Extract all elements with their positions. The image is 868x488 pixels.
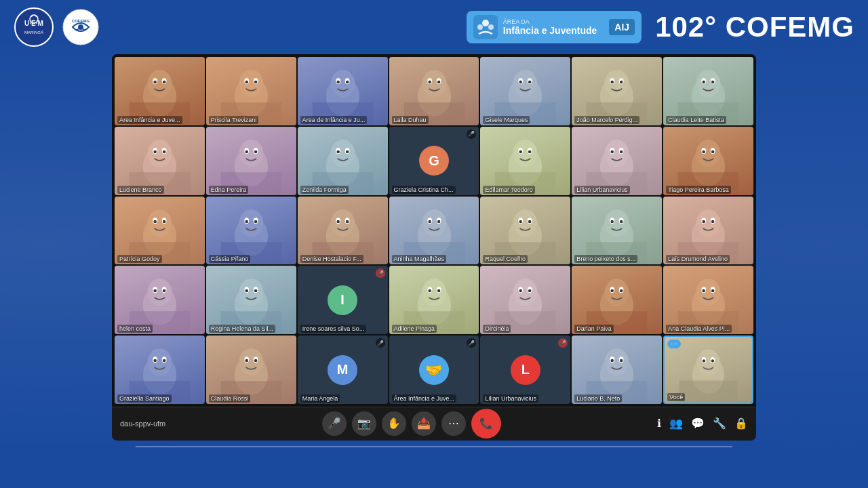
share-button[interactable]: 📤 [412,411,436,436]
participant-cell[interactable]: 🎤IIrene soares silva So... [298,266,388,334]
participant-cell[interactable]: 🎤 Área de Infância e Ju... [298,57,388,125]
info-icon[interactable]: ℹ [657,417,661,430]
participant-cell[interactable]: 🎤 Zenilda Formiga [298,127,388,195]
svg-point-22 [245,81,248,83]
participant-cell[interactable]: 🎤 Priscila Trevizani [206,57,296,125]
svg-point-148 [703,220,705,222]
participant-cell[interactable]: 🎤 Graziella Santiago [115,336,205,404]
svg-point-47 [605,70,629,97]
toolbar-controls: 🎤 📷 ✋ 📤 ⋯ 📞 [322,409,501,439]
svg-point-68 [239,140,263,167]
participant-cell[interactable]: 🎤 Ana Claudia Alves Pi... [663,266,753,334]
participant-name: Maria Angela [300,394,340,403]
participant-name: Regina Helena da Sil... [209,325,275,333]
participant-name: Patrícia Godoy [117,255,162,263]
activities-icon[interactable]: 🔧 [713,417,726,430]
participant-name: Zenilda Formiga [300,186,349,194]
participant-cell[interactable]: 🎤MMaria Angela [298,336,388,404]
participant-cell[interactable]: 🎤 Aninha Magalhães [389,197,479,265]
you-options[interactable]: ⋯ [667,340,681,348]
toolbar-right: ℹ 👥 💬 🔧 🔒 [657,417,748,430]
svg-point-215 [696,349,719,375]
participant-photo [206,266,296,334]
aij-badge: AIJ [609,19,635,35]
participant-cell[interactable]: 🎤 Luciano B. Neto [572,336,662,404]
participant-cell[interactable]: 🎤 Edilamar Teodoro [480,127,570,195]
participant-photo [663,197,753,265]
participant-cell[interactable]: 🎤 Raquel Coelho [480,197,570,265]
participant-cell[interactable]: 🎤 Tiago Pereira Barbosa [663,127,753,195]
video-grid: 🎤 Área Infância e Juve...🎤 Priscila Trev… [112,54,756,407]
svg-point-124 [422,209,446,237]
lock-icon[interactable]: 🔒 [734,417,748,430]
participant-cell[interactable]: 🎤 Darlan Paiva [572,266,662,334]
svg-point-65 [163,150,165,153]
svg-point-120 [336,220,339,222]
svg-point-50 [611,81,614,83]
participant-name: Denise Hostalacio F... [300,255,363,263]
svg-point-23 [254,81,257,83]
svg-point-54 [696,70,721,97]
participant-cell[interactable]: 🎤 Breno peixeto dos s... [572,197,662,265]
svg-point-190 [703,289,705,292]
camera-button[interactable]: 📷 [352,411,376,436]
participant-cell[interactable]: 🎤 Lilian Urbanavicius [572,127,662,195]
svg-point-176 [519,289,522,292]
participant-name: Área Infância e Juve... [392,394,457,403]
svg-point-86 [528,150,531,153]
participant-cell[interactable]: 🎤 Luciene Branco [115,127,205,195]
svg-point-219 [711,360,714,363]
svg-point-33 [422,70,446,97]
chat-icon[interactable]: 💬 [691,417,705,430]
participant-cell[interactable]: 🎤GGraziela Cristina Ch... [389,127,479,195]
participant-name: Breno peixeto dos s... [574,255,637,263]
mic-status-icon: 🎤 [558,338,568,348]
participant-cell[interactable]: 🎤 Adilene Pinaga [389,266,479,334]
svg-point-218 [703,360,705,363]
participant-cell[interactable]: 🎤 Gisele Marques [480,57,570,125]
participant-avatar: I [328,285,357,315]
header: U·E·M MARINGÁ COFEMG ÁREA DA Infância e … [0,0,868,54]
participant-cell[interactable]: 🎤 Laila Duhau [389,57,479,125]
participant-cell[interactable]: 🎤 Área Infância e Juve... [115,57,205,125]
participant-cell[interactable]: 🎤 Dircinéia [480,266,570,334]
participant-name: Laila Duhau [392,116,429,124]
participant-cell[interactable]: 🎤 helen costa [115,266,205,334]
participant-cell[interactable]: 🎤 Cássia Pifano [206,197,296,265]
svg-point-12 [148,70,172,97]
participant-cell[interactable]: 🎤🤝Área Infância e Juve... [389,336,479,404]
mic-button[interactable]: 🎤 [322,411,347,436]
participant-photo [663,266,753,334]
uem-logo: U·E·M MARINGÁ [14,7,54,47]
bottom-separator [136,446,732,447]
participant-cell[interactable]: 🎤LLilian Urbanavicius [480,336,570,404]
participants-icon[interactable]: 👥 [669,417,683,430]
participant-photo [572,57,662,125]
participant-photo [115,266,205,334]
area-text: ÁREA DA Infância e Juventude [503,18,597,36]
participant-photo [480,197,570,265]
more-button[interactable]: ⋯ [441,411,466,436]
participant-cell[interactable]: 🎤 João Marcelo Perdig... [572,57,662,125]
participant-cell[interactable]: 🎤 Edna Pereira [206,127,296,195]
hand-button[interactable]: ✋ [382,411,406,436]
participant-cell[interactable]: 🎤 Claudia Leite Batista [663,57,753,125]
participant-avatar: G [419,146,449,176]
participant-photo [115,127,205,195]
participant-cell[interactable]: 🎤 Patrícia Godoy [115,197,205,265]
svg-point-26 [330,70,355,97]
svg-point-92 [611,150,614,153]
svg-point-99 [703,150,705,153]
svg-point-0 [15,8,53,46]
end-call-button[interactable]: 📞 [471,409,501,439]
svg-point-155 [153,289,156,292]
participant-cell[interactable]: 🎤 Claudia Rossi [206,336,296,404]
participant-photo [480,266,570,334]
participant-cell[interactable]: 🎤 Denise Hostalacio F... [298,197,388,265]
participant-cell[interactable]: 🎤 Laís Drumond Avelino [663,197,753,265]
participant-cell[interactable]: 🎤 Regina Helena da Sil... [206,266,296,334]
svg-point-37 [437,81,439,83]
participant-name: Priscila Trevizani [209,116,259,124]
participant-cell[interactable]: 🎤 Você⋯ [663,336,753,404]
svg-point-100 [711,150,714,153]
